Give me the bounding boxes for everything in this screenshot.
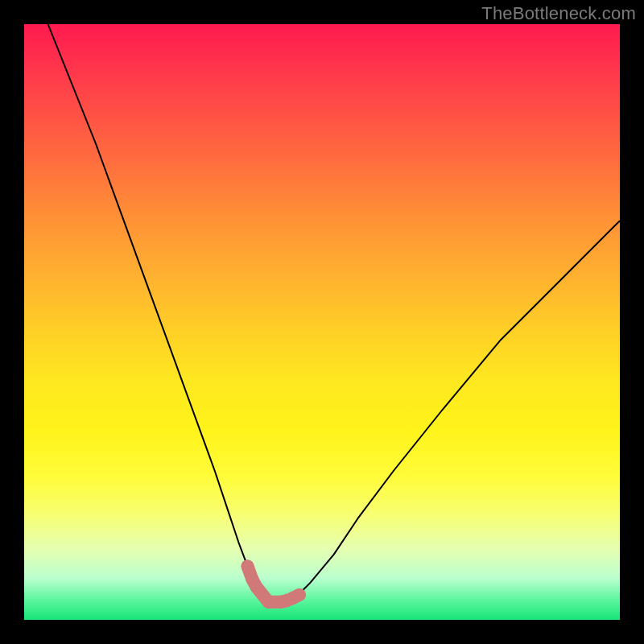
plot-area <box>24 24 620 620</box>
chart-frame: TheBottleneck.com <box>0 0 644 644</box>
marker-connector <box>248 566 299 601</box>
chart-svg <box>24 24 620 620</box>
watermark-text: TheBottleneck.com <box>481 3 636 24</box>
curve-bottleneck-curve <box>48 24 620 602</box>
